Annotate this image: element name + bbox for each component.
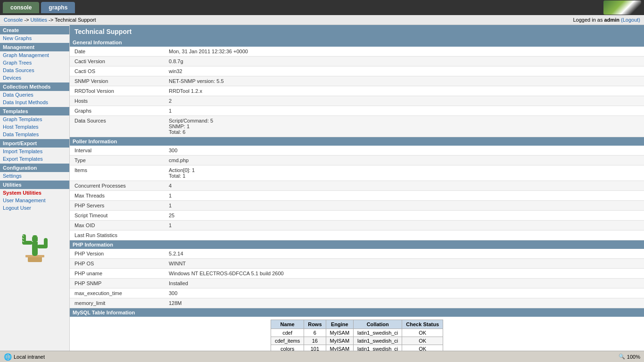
general-info-table: DateMon, 31 Jan 2011 12:32:36 +0000Cacti… (70, 47, 644, 137)
sidebar-import-export-header: Import/Export (0, 139, 69, 148)
status-right: 🔍 100% (619, 354, 640, 356)
general-info-label: Cacti OS (70, 66, 164, 76)
php-info-label: PHP SNMP (70, 279, 164, 288)
sidebar-collection-header: Collection Methods (0, 82, 69, 91)
poller-info-label: Script Timeout (70, 211, 164, 221)
poller-info-label: PHP Servers (70, 201, 164, 211)
poller-info-label: Concurrent Processes (70, 181, 164, 191)
breadcrumb: Console -> Utilities -> Technical Suppor… (4, 17, 96, 23)
svg-rect-6 (44, 238, 48, 248)
sidebar-item-import-templates[interactable]: Import Templates (0, 148, 69, 155)
php-info-value: 300 (164, 288, 644, 298)
sidebar-item-user-management[interactable]: User Management (0, 197, 69, 204)
poller-info-value: 4 (164, 181, 644, 191)
mysql-col-header: Collation (354, 320, 402, 329)
mysql-table-cell: 6 (304, 329, 326, 337)
status-left: 🌐 Local intranet (4, 353, 45, 356)
mysql-table-cell: MyISAM (326, 329, 354, 337)
sidebar-item-data-sources[interactable]: Data Sources (0, 66, 69, 74)
sidebar-item-graph-trees[interactable]: Graph Trees (0, 59, 69, 66)
general-info-header: General Information (70, 38, 644, 47)
php-info-value: Windows NT ELECTROS-6DFCCA 5.1 build 260… (164, 269, 644, 279)
logout-link[interactable]: (Logout) (621, 17, 640, 23)
poller-info-label: Items (70, 165, 164, 181)
top-nav: console graphs (0, 0, 644, 15)
general-info-label: Graphs (70, 106, 164, 116)
logo (603, 0, 641, 15)
mysql-table-row: cdef6MyISAMlatin1_swedish_ciOK (271, 329, 443, 337)
page-title: Technical Support (70, 25, 644, 38)
poller-info-value (164, 230, 644, 240)
general-info-label: SNMP Version (70, 76, 164, 86)
svg-rect-4 (22, 234, 26, 245)
poller-info-value: 1 (164, 191, 644, 201)
mysql-table-wrapper: NameRowsEngineCollationCheck Status cdef… (70, 317, 644, 356)
breadcrumb-console[interactable]: Console (4, 17, 23, 23)
sidebar-item-data-input[interactable]: Data Input Methods (0, 99, 69, 106)
php-info-value: 5.2.14 (164, 249, 644, 259)
sidebar-item-data-queries[interactable]: Data Queries (0, 91, 69, 99)
poller-info-table: Interval300Typecmd.phpItemsAction[0]: 1 … (70, 146, 644, 240)
svg-rect-2 (32, 235, 38, 256)
mysql-col-header: Engine (326, 320, 354, 329)
mysql-table-cell: cdef_items (271, 337, 304, 345)
status-bar: 🌐 Local intranet 🔍 100% (0, 351, 644, 356)
sidebar-item-host-templates[interactable]: Host Templates (0, 123, 69, 131)
mysql-table: NameRowsEngineCollationCheck Status cdef… (271, 320, 443, 353)
php-info-table: PHP Version5.2.14PHP OSWINNTPHP unameWin… (70, 249, 644, 308)
poller-info-header: Poller Information (70, 137, 644, 146)
sidebar-item-export-templates[interactable]: Export Templates (0, 155, 69, 163)
breadcrumb-arrow1: -> (24, 17, 30, 23)
sidebar-utilities-header: Utilities (0, 181, 69, 189)
mysql-table-cell: latin1_swedish_ci (354, 329, 402, 337)
globe-icon: 🌐 (4, 353, 12, 356)
console-tab[interactable]: console (3, 2, 39, 13)
mysql-table-cell: 16 (304, 337, 326, 345)
general-info-value: NET-SNMP version: 5.5 (164, 76, 644, 86)
logged-in-username: admin (604, 17, 619, 23)
poller-info-label: Last Run Statistics (70, 230, 164, 240)
poller-info-label: Interval (70, 146, 164, 156)
general-info-value: RRDTool 1.2.x (164, 86, 644, 96)
php-info-label: memory_limit (70, 298, 164, 308)
cactus-logo (0, 212, 69, 265)
sidebar-templates-header: Templates (0, 107, 69, 115)
sidebar-item-graph-management[interactable]: Graph Management (0, 51, 69, 59)
general-info-value: 1 (164, 106, 644, 116)
php-info-label: PHP OS (70, 259, 164, 269)
breadcrumb-current: Technical Support (55, 17, 96, 23)
sidebar: Create New Graphs Management Graph Manag… (0, 25, 70, 356)
graphs-tab[interactable]: graphs (41, 2, 75, 13)
main-layout: Create New Graphs Management Graph Manag… (0, 25, 644, 356)
sidebar-item-system-utilities[interactable]: System Utilities (0, 189, 69, 197)
poller-info-value: Action[0]: 1 Total: 1 (164, 165, 644, 181)
breadcrumb-arrow2: -> (49, 17, 55, 23)
poller-info-value: cmd.php (164, 156, 644, 165)
mysql-table-cell: cdef (271, 329, 304, 337)
breadcrumb-utilities[interactable]: Utilities (31, 17, 47, 23)
php-info-header: PHP Information (70, 240, 644, 249)
mysql-table-row: cdef_items16MyISAMlatin1_swedish_ciOK (271, 337, 443, 345)
sidebar-item-logout-user[interactable]: Logout User (0, 204, 69, 212)
php-info-label: PHP Version (70, 249, 164, 259)
sidebar-item-data-templates[interactable]: Data Templates (0, 131, 69, 138)
zoom-icon: 🔍 (619, 354, 625, 356)
logged-in-text: Logged in as (573, 17, 603, 23)
general-info-value: win32 (164, 66, 644, 76)
php-info-value: 128M (164, 298, 644, 308)
sidebar-item-graph-templates[interactable]: Graph Templates (0, 115, 69, 123)
mysql-table-cell: OK (402, 337, 443, 345)
sidebar-item-devices[interactable]: Devices (0, 74, 69, 82)
general-info-value: 0.8.7g (164, 57, 644, 66)
general-info-label: Date (70, 47, 164, 57)
mysql-col-header: Check Status (402, 320, 443, 329)
sidebar-item-new-graphs[interactable]: New Graphs (0, 34, 69, 42)
poller-info-label: Type (70, 156, 164, 165)
mysql-table-cell: OK (402, 329, 443, 337)
sidebar-item-settings[interactable]: Settings (0, 172, 69, 180)
zoom-level: 100% (627, 354, 640, 356)
main-content: Technical Support General Information Da… (70, 25, 644, 356)
php-info-label: max_execution_time (70, 288, 164, 298)
general-info-value: 2 (164, 96, 644, 106)
poller-info-value: 1 (164, 201, 644, 211)
